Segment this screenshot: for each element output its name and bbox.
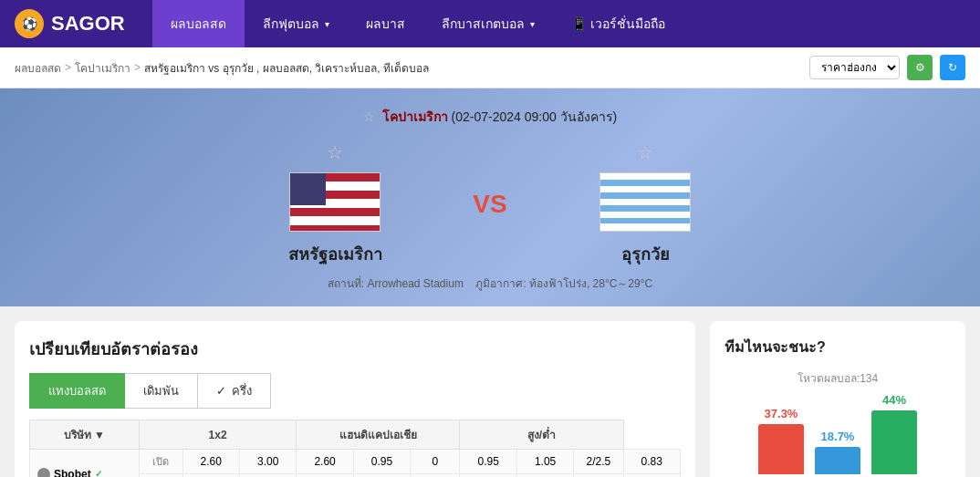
th-handicap: แฮนดิแคปเอเชีย [297, 420, 460, 450]
odds-cell: 0.95 [460, 450, 516, 474]
breadcrumb-sep-2: > [134, 61, 141, 74]
breadcrumb-current: สหรัฐอเมริกา vs อุรุกวัย , ผลบอลสด, วิเค… [144, 59, 429, 77]
match-title: ☆ โคปาเมริกา (02-07-2024 09:00 วันอังคาร… [15, 107, 965, 127]
match-info: สถานที่: Arrowhead Stadium ภูมิอากาศ: ท้… [15, 275, 965, 292]
odds-cell: 1.02 ↑ [623, 474, 680, 478]
price-selector[interactable]: ราคาฮ่องกง [809, 56, 900, 79]
tab-bet[interactable]: เดิมพัน [125, 373, 198, 409]
nav-item-basketball-league[interactable]: ลีกบาสเกตบอล ▾ [423, 0, 553, 47]
match-content: ☆ สหรัฐอเมริกา VS ☆ อุรุกวัย [15, 141, 965, 267]
vote-bars: 37.3%18.7%44% [725, 401, 951, 474]
odds-cell: 3.09 ↑ [239, 474, 296, 478]
vs-text: VS [473, 190, 506, 219]
home-team-side: ☆ สหรัฐอเมริกา [235, 141, 435, 267]
th-1x2: 1x2 [139, 420, 297, 450]
bookmaker-cell: Sbobet ✓ [30, 450, 140, 478]
odds-cell: 1.08 ↑ [460, 474, 516, 478]
main-content: เปรียบเทียบอัตราต่อรอง แทงบอลสด เดิมพัน … [0, 306, 980, 477]
odds-tabs: แทงบอลสด เดิมพัน ✓ ครึ่ง [29, 373, 681, 409]
chevron-down-icon: ▾ [325, 19, 329, 29]
bar-percentage: 18.7% [821, 430, 855, 443]
breadcrumb-home[interactable]: ผลบอลสด [15, 59, 61, 77]
nav-live-label: ผลบอลสด [171, 14, 226, 34]
chevron-down-icon-2: ▾ [530, 19, 535, 29]
bar-percentage: 44% [882, 393, 906, 407]
home-favorite-star[interactable]: ☆ [327, 141, 343, 163]
away-team-name: อุรุกวัย [621, 241, 670, 267]
bar-percentage: 37.3% [765, 407, 798, 420]
away-favorite-star[interactable]: ☆ [637, 141, 653, 163]
table-header-row: บริษัท ▼ 1x2 แฮนดิแคปเอเชีย สูง/ต่ำ [30, 420, 681, 450]
match-banner: ☆ โคปาเมริกา (02-07-2024 09:00 วันอังคาร… [0, 88, 980, 306]
away-team-side: ☆ อุรุกวัย [545, 141, 745, 267]
vote-bar [758, 424, 804, 474]
odds-cell: 2.53 ↓ [182, 474, 239, 478]
vote-bar-item: 18.7% [815, 430, 860, 474]
th-bookmaker: บริษัท ▼ [30, 420, 140, 450]
venue-name: Arrowhead Stadium [367, 277, 463, 290]
check-icon: ✓ [216, 384, 226, 398]
tab-half[interactable]: ✓ ครึ่ง [198, 373, 271, 409]
odds-section: เปรียบเทียบอัตราต่อรอง แทงบอลสด เดิมพัน … [15, 321, 695, 477]
row-type-close: ก่อน [139, 474, 182, 478]
th-ou: สูง/ต่ำ [460, 420, 623, 450]
odds-cell: 0 [411, 450, 460, 474]
odds-cell: 2.75 ↑ [297, 474, 353, 478]
odds-cell: 3.00 [239, 450, 296, 474]
odds-cell: 0.84 ↓ [353, 474, 410, 478]
table-row: Sbobet ✓เปิด2.603.002.600.9500.951.052/2… [30, 450, 681, 474]
logo-text: SAGOR [51, 12, 125, 36]
vs-section: VS [435, 190, 545, 219]
weather-sep: ภูมิอากาศ: [466, 277, 529, 290]
nav-item-mobile[interactable]: 📱 เวอร์ชั่นมือถือ [553, 0, 683, 47]
nav-item-live[interactable]: ผลบอลสด [152, 0, 245, 47]
weather-info: ท้องฟ้าโปร่ง, 28°C～29°C [529, 277, 652, 290]
vote-bar [815, 447, 860, 474]
nav-basketball-label: ผลบาส [366, 14, 405, 34]
refresh-icon-btn[interactable]: ↻ [940, 55, 965, 80]
nav-league-label: ลีกฟุตบอล [263, 14, 319, 34]
breadcrumb: ผลบอลสด > โคปาเมริกา > สหรัฐอเมริกา vs อ… [0, 47, 980, 88]
home-flag [289, 172, 381, 232]
vote-bar [871, 410, 917, 474]
nav-item-league[interactable]: ลีกฟุตบอล ▾ [245, 0, 348, 47]
odds-cell: 2.60 [297, 450, 353, 474]
right-panel: ทีมไหนจะชนะ? โหวตผลบอล:134 37.3%18.7%44%… [710, 321, 965, 477]
odds-table: บริษัท ▼ 1x2 แฮนดิแคปเอเชีย สูง/ต่ำ Sbob… [29, 420, 681, 477]
breadcrumb-sep-1: > [65, 61, 71, 74]
breadcrumb-tournament[interactable]: โคปาเมริกา [75, 59, 130, 77]
favorite-star-title[interactable]: ☆ [363, 109, 375, 124]
tab-live[interactable]: แทงบอลสด [29, 373, 125, 409]
vote-count: โหวตผลบอล:134 [725, 369, 951, 387]
odds-cell: 2/2.5 [574, 474, 623, 478]
odds-cell: 2/2.5 [574, 450, 623, 474]
match-date: (02-07-2024 09:00 วันอังคาร) [452, 109, 618, 124]
vote-bar-item: 37.3% [758, 407, 804, 474]
odds-cell: 1.05 [516, 450, 573, 474]
away-flag [599, 172, 691, 232]
settings-icon-btn[interactable]: ⚙ [907, 55, 933, 80]
nav-mobile-label: 📱 เวอร์ชั่นมือถือ [571, 14, 665, 34]
logo-icon: ⚽ [15, 9, 44, 38]
header: ⚽ SAGOR ผลบอลสด ลีกฟุตบอล ▾ ผลบาส ลีกบาส… [0, 0, 980, 47]
odds-cell: 0.83 [623, 450, 680, 474]
tournament-name: โคปาเมริกา [382, 109, 448, 124]
venue-label: สถานที่: [328, 277, 368, 290]
odds-cell: 0 [411, 474, 460, 478]
home-team-name: สหรัฐอเมริกา [288, 241, 382, 267]
nav-basketball-league-label: ลีกบาสเกตบอล [442, 14, 525, 34]
odds-cell: 2.60 [182, 450, 239, 474]
odds-title: เปรียบเทียบอัตราต่อรอง [29, 336, 681, 362]
logo: ⚽ SAGOR [15, 9, 125, 38]
odds-cell: 0.95 [353, 450, 410, 474]
row-type-open: เปิด [139, 450, 182, 474]
breadcrumb-right: ราคาฮ่องกง ⚙ ↻ [809, 55, 965, 80]
vote-bar-item: 44% [871, 393, 917, 474]
prediction-title: ทีมไหนจะชนะ? [725, 336, 951, 358]
nav-item-basketball[interactable]: ผลบาส [348, 0, 423, 47]
odds-cell: 0.88 ↓ [516, 474, 573, 478]
